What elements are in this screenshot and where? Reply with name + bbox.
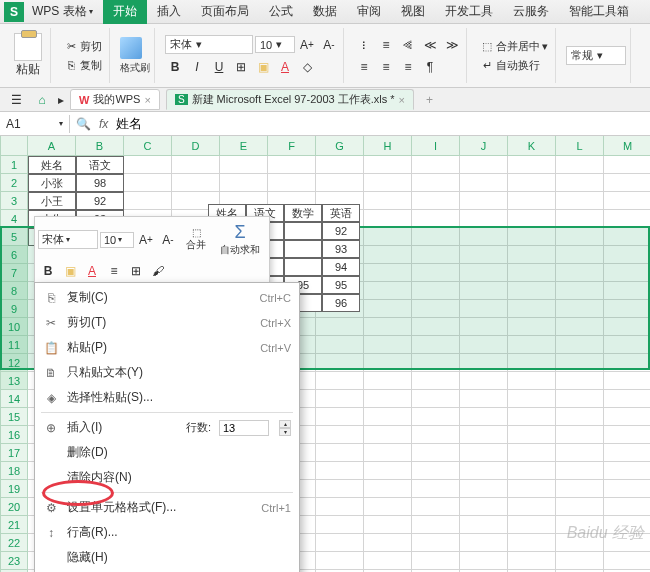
row-header[interactable]: 16	[0, 426, 28, 444]
cell[interactable]	[364, 246, 412, 264]
cell[interactable]: 小张	[28, 174, 76, 192]
cell[interactable]	[604, 174, 650, 192]
row-header[interactable]: 1	[0, 156, 28, 174]
cell[interactable]	[556, 336, 604, 354]
cell[interactable]: 96	[322, 294, 360, 312]
cell[interactable]	[412, 264, 460, 282]
cell[interactable]	[508, 174, 556, 192]
cell[interactable]: 98	[76, 174, 124, 192]
menu-icon[interactable]: ☰	[6, 90, 26, 110]
number-format-select[interactable]: 常规▾	[566, 46, 626, 65]
spin-up-icon[interactable]: ▴	[279, 420, 291, 428]
cell[interactable]	[316, 408, 364, 426]
cell[interactable]	[316, 336, 364, 354]
cell[interactable]	[604, 372, 650, 390]
align-bottom-button[interactable]: ⫷	[398, 35, 418, 55]
cell[interactable]	[508, 390, 556, 408]
cell[interactable]	[508, 480, 556, 498]
row-header[interactable]: 4	[0, 210, 28, 228]
cell[interactable]	[124, 174, 172, 192]
cell[interactable]	[556, 390, 604, 408]
col-header[interactable]: B	[76, 136, 124, 156]
tab-dev[interactable]: 开发工具	[435, 0, 503, 24]
cell[interactable]	[412, 174, 460, 192]
cell[interactable]	[556, 264, 604, 282]
indent-inc-button[interactable]: ≫	[442, 35, 462, 55]
cell[interactable]	[412, 228, 460, 246]
cell[interactable]	[412, 246, 460, 264]
cell[interactable]: 92	[322, 222, 360, 240]
cell[interactable]	[412, 462, 460, 480]
autosum-button[interactable]: Σ自动求和	[214, 220, 266, 259]
cell[interactable]	[604, 300, 650, 318]
cell[interactable]	[316, 354, 364, 372]
col-header[interactable]: I	[412, 136, 460, 156]
cell[interactable]: 姓名	[28, 156, 76, 174]
menu-paste-special[interactable]: ◈选择性粘贴(S)...	[35, 385, 299, 410]
cell[interactable]	[412, 408, 460, 426]
cell[interactable]	[604, 408, 650, 426]
cell[interactable]	[604, 246, 650, 264]
cell[interactable]	[556, 372, 604, 390]
cell[interactable]	[508, 318, 556, 336]
cell[interactable]	[316, 372, 364, 390]
align-right-button[interactable]: ≡	[398, 57, 418, 77]
cell[interactable]: 92	[76, 192, 124, 210]
spin-down-icon[interactable]: ▾	[279, 428, 291, 436]
row-header[interactable]: 21	[0, 516, 28, 534]
cell[interactable]	[556, 246, 604, 264]
cell[interactable]	[364, 498, 412, 516]
cell[interactable]	[364, 336, 412, 354]
font-color-button[interactable]: A	[275, 57, 295, 77]
cell[interactable]	[412, 156, 460, 174]
cell[interactable]	[460, 354, 508, 372]
cell[interactable]	[604, 462, 650, 480]
chevron-down-icon[interactable]: ▾	[87, 7, 95, 16]
fill-color-button[interactable]: ▣	[60, 261, 80, 281]
wrap-text-button[interactable]: ↵自动换行	[477, 57, 551, 74]
cell[interactable]	[508, 372, 556, 390]
row-header[interactable]: 6	[0, 246, 28, 264]
cell[interactable]	[556, 228, 604, 246]
row-header[interactable]: 11	[0, 336, 28, 354]
row-header[interactable]: 8	[0, 282, 28, 300]
cell[interactable]	[460, 318, 508, 336]
cell[interactable]	[460, 408, 508, 426]
cell[interactable]	[460, 174, 508, 192]
cell[interactable]	[604, 426, 650, 444]
bold-button[interactable]: B	[38, 261, 58, 281]
cell[interactable]	[172, 156, 220, 174]
cell[interactable]	[508, 228, 556, 246]
cell[interactable]	[508, 336, 556, 354]
cell[interactable]	[460, 300, 508, 318]
cell[interactable]	[460, 264, 508, 282]
cell[interactable]	[124, 156, 172, 174]
cell[interactable]	[412, 318, 460, 336]
tab-data[interactable]: 数据	[303, 0, 347, 24]
font-size-select[interactable]: 10▾	[255, 36, 295, 53]
cell[interactable]	[364, 174, 412, 192]
formula-input[interactable]	[116, 116, 644, 131]
cell[interactable]	[460, 372, 508, 390]
cell[interactable]	[508, 210, 556, 228]
cell[interactable]	[508, 516, 556, 534]
cell[interactable]	[604, 336, 650, 354]
name-box[interactable]: A1 ▾	[0, 115, 70, 133]
fx-icon[interactable]: fx	[99, 117, 108, 131]
row-header[interactable]: 18	[0, 462, 28, 480]
cell[interactable]	[412, 426, 460, 444]
menu-cut[interactable]: ✂剪切(T)Ctrl+X	[35, 310, 299, 335]
cell[interactable]	[412, 192, 460, 210]
col-header[interactable]: D	[172, 136, 220, 156]
cell[interactable]	[604, 156, 650, 174]
row-header[interactable]: 10	[0, 318, 28, 336]
underline-button[interactable]: U	[209, 57, 229, 77]
tab-layout[interactable]: 页面布局	[191, 0, 259, 24]
increase-font-icon[interactable]: A+	[136, 230, 156, 250]
cell[interactable]	[604, 264, 650, 282]
cell[interactable]	[364, 264, 412, 282]
cell[interactable]	[508, 156, 556, 174]
cut-button[interactable]: ✂剪切	[61, 38, 105, 55]
col-header[interactable]: K	[508, 136, 556, 156]
cell[interactable]	[604, 318, 650, 336]
